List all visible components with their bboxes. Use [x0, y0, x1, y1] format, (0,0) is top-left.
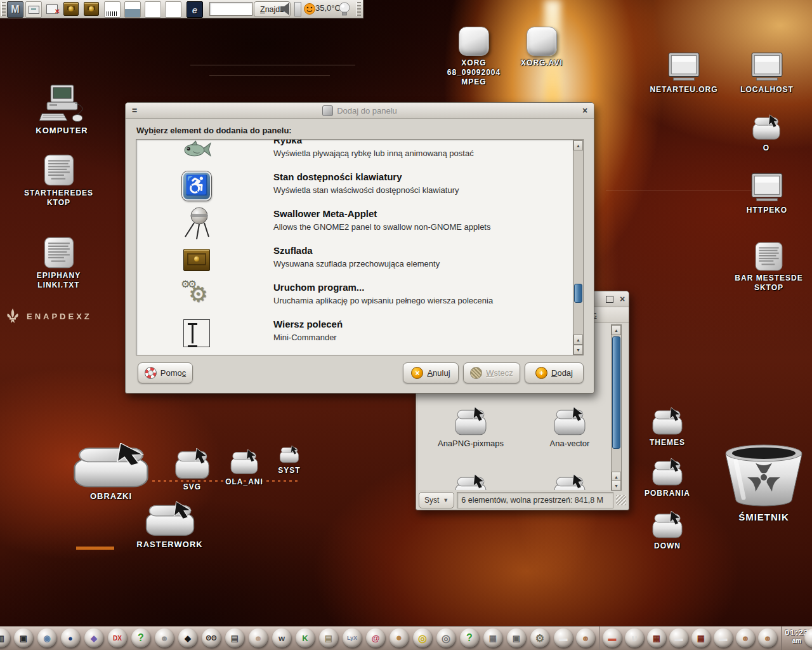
launcher-inkscape[interactable]: ◆	[178, 628, 197, 647]
applet-row-szuflada[interactable]: Szuflada Wysuwana szuflada przechowująca…	[136, 242, 573, 279]
scroll-up-button-2[interactable]: ▲	[573, 335, 583, 345]
applet-row-uruchom[interactable]: Uruchom program... Uruchamia aplikację p…	[136, 279, 573, 316]
window-folder-red[interactable]: ▬	[603, 628, 622, 647]
folder-partial[interactable]	[436, 474, 506, 490]
desktop-icon-startheredesktop[interactable]: STARTHEREDES KTOP	[16, 154, 102, 208]
launcher-xeyes[interactable]: ʘʘ	[202, 628, 221, 647]
launcher-directx-tool[interactable]: DX	[108, 628, 127, 647]
launcher-cd-roast[interactable]: ◎	[413, 628, 432, 647]
launcher-file-manager[interactable]: ▬	[554, 628, 573, 647]
launcher-planet-viewer[interactable]: ●	[390, 628, 409, 647]
desktop-icon-down[interactable]: DOWN	[632, 511, 702, 551]
desktop-icon-svg[interactable]: SVG	[164, 448, 221, 492]
close-button[interactable]: ×	[616, 293, 629, 305]
desktop-icon-xorg-mpeg[interactable]: XORG 68_09092004 MPEG	[433, 27, 514, 87]
barcode-applet[interactable]	[104, 1, 121, 18]
desktop-icon-httpeko[interactable]: HTTPEKO	[727, 173, 807, 215]
drawer-button-2[interactable]	[84, 1, 99, 17]
applet-row-accessibility[interactable]: Stan dostępności klawiatury Wyświetla st…	[136, 169, 573, 206]
applet-row-swallower[interactable]: Swallower Meta-Applet Allows the GNOME2 …	[136, 206, 573, 242]
panel-handle[interactable]	[357, 2, 361, 16]
launcher-video-cd[interactable]: ◎	[436, 628, 455, 647]
close-button[interactable]: ×	[579, 105, 591, 116]
blank-launcher-2[interactable]	[165, 1, 181, 18]
force-quit-button[interactable]: ×	[44, 1, 60, 17]
launcher-help-2[interactable]: ?	[460, 628, 479, 647]
help-button[interactable]: Pomoc	[138, 362, 193, 383]
search-input[interactable]	[209, 2, 252, 16]
back-button[interactable]: Wstecz	[463, 362, 520, 383]
window-folder-1[interactable]: ▬	[669, 628, 688, 647]
window-menu-button[interactable]: =	[128, 105, 141, 116]
launcher-sodipodi[interactable]: ☻	[155, 628, 174, 647]
launcher-screen-edge[interactable]: ▥	[0, 628, 10, 647]
launcher-face-app[interactable]: ☻	[249, 628, 268, 647]
show-desktop-button[interactable]	[25, 1, 42, 18]
folder-anapng-pixmaps[interactable]: AnaPNG-pixmaps	[436, 407, 506, 448]
launcher-debian-menu[interactable]: @	[366, 628, 385, 647]
window-folder-2[interactable]: ▬	[714, 628, 733, 647]
launcher-gimp[interactable]: ☻	[576, 628, 595, 647]
launcher-system-tools[interactable]: ⚙	[530, 628, 549, 647]
main-menu-button[interactable]: M	[7, 1, 23, 18]
folder-partial[interactable]	[535, 474, 605, 490]
desktop-icon-localhost[interactable]: LOCALHOST	[727, 52, 807, 95]
window-gimp-1[interactable]: ☻	[736, 628, 755, 647]
file-window-scrollbar[interactable]: ▲ ▲ ▼	[611, 324, 622, 491]
launcher-abiword[interactable]: w	[272, 628, 291, 647]
palette-applet[interactable]	[124, 1, 141, 18]
resize-grip[interactable]	[616, 495, 626, 505]
desktop-icon-netarteu[interactable]: NETARTEU.ORG	[644, 52, 724, 95]
launcher-help[interactable]: ?	[131, 628, 150, 647]
scroll-down-button[interactable]: ▼	[612, 481, 621, 491]
scrollbar-thumb[interactable]	[612, 336, 620, 449]
dialog-scrollbar[interactable]: ▲ ▲ ▼	[573, 139, 584, 355]
desktop-icon-obrazki[interactable]: OBRAZKI	[60, 443, 162, 501]
desktop-icon-pobrania[interactable]: POBRANIA	[632, 458, 702, 498]
launcher-calculator[interactable]: ▦	[483, 628, 502, 647]
panel-handle[interactable]	[1, 2, 6, 16]
launcher-kvim[interactable]: K	[296, 628, 315, 647]
add-button[interactable]: + Dodaj	[525, 362, 584, 383]
launcher-web-browser[interactable]: ◉	[37, 628, 56, 647]
desktop-icon-syst[interactable]: SYST	[264, 446, 315, 475]
add-to-panel-dialog[interactable]: = Dodaj do panelu × Wybierz element do d…	[125, 102, 594, 394]
desktop-icon-rasterwork[interactable]: RASTERWORK	[117, 501, 222, 550]
dialog-titlebar[interactable]: = Dodaj do panelu ×	[126, 103, 594, 119]
launcher-terminal[interactable]: ▣	[14, 628, 33, 647]
desktop-icon-xorg-avi[interactable]: XORG.AVI	[513, 27, 571, 68]
launcher-mozilla[interactable]: ●	[61, 628, 80, 647]
drawer-button-1[interactable]	[63, 1, 79, 17]
window-trash[interactable]: ∪	[625, 628, 644, 647]
applet-row-rybka[interactable]: Rybka Wyświetla pływającą rybkę lub inną…	[136, 139, 573, 169]
epiphany-launcher[interactable]: e	[187, 1, 203, 18]
window-desktop-2[interactable]: ▦	[691, 628, 710, 647]
desktop-icon-bar-desktop[interactable]: BAR MESTESDE SKTOP	[731, 242, 807, 293]
window-desktop-1[interactable]: ▦	[647, 628, 666, 647]
lightbulb-icon[interactable]	[338, 2, 351, 16]
view-filter-dropdown[interactable]: Syst ▼	[419, 492, 454, 508]
launcher-lyx[interactable]: LyX	[343, 628, 362, 647]
cancel-button[interactable]: × Anuluj	[403, 362, 459, 383]
scroll-up-button[interactable]: ▲	[612, 325, 621, 335]
applet-list[interactable]: Rybka Wyświetla pływającą rybkę lub inną…	[136, 139, 573, 355]
window-gimp-2[interactable]: ☻	[758, 628, 777, 647]
maximize-button[interactable]	[603, 293, 616, 305]
desktop-icon-themes[interactable]: THEMES	[632, 408, 702, 448]
volume-slider[interactable]	[294, 2, 301, 17]
desktop-icon-epiphany-linki[interactable]: EPIPHANY LINKI.TXT	[19, 237, 98, 290]
launcher-document-viewer[interactable]: ▤	[225, 628, 244, 647]
folder-ana-vector[interactable]: Ana-vector	[535, 407, 605, 448]
speaker-icon[interactable]	[280, 2, 290, 16]
launcher-xchat[interactable]: ◆	[84, 628, 103, 647]
desktop-icon-komputer[interactable]: KOMPUTER	[22, 84, 102, 136]
desktop-icon-o[interactable]: O	[741, 114, 792, 153]
desktop-icon-smietnik[interactable]: ŚMIETNIK	[716, 438, 812, 524]
scroll-down-button[interactable]: ▼	[573, 345, 583, 355]
scroll-up-button[interactable]: ▲	[573, 140, 583, 150]
launcher-screenshot-tool[interactable]: ▣	[507, 628, 526, 647]
blank-launcher-1[interactable]	[145, 1, 161, 18]
applet-row-wiersz-polecen[interactable]: Wiersz poleceń Mini-Commander	[136, 316, 573, 353]
scrollbar-thumb[interactable]	[574, 284, 582, 303]
launcher-text-editor[interactable]: ▤	[319, 628, 338, 647]
